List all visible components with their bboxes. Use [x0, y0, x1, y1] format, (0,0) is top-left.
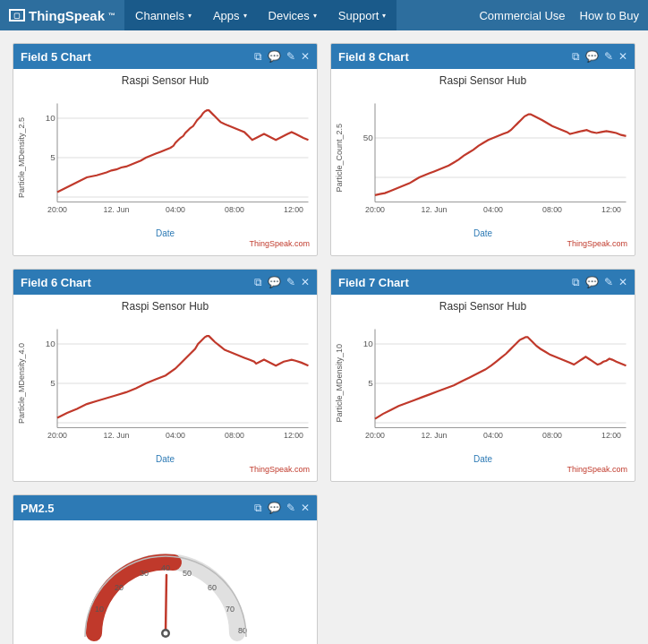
chevron-down-icon: ▾ [313, 12, 317, 20]
commercial-use-link[interactable]: Commercial Use [479, 9, 565, 22]
external-link-icon[interactable]: ⧉ [572, 276, 580, 288]
svg-text:12. Jun: 12. Jun [104, 431, 130, 440]
comment-icon[interactable]: 💬 [268, 276, 281, 288]
chart-field7-title: Raspi Sensor Hub [335, 300, 631, 313]
edit-icon[interactable]: ✎ [604, 50, 613, 63]
external-link-icon[interactable]: ⧉ [254, 50, 262, 63]
close-icon[interactable]: ✕ [301, 50, 310, 63]
widget-field7-header: Field 7 Chart ⧉ 💬 ✎ ✕ [331, 270, 635, 295]
svg-text:20: 20 [114, 583, 123, 592]
widget-pm25-header: PM2.5 ⧉ 💬 ✎ ✕ [13, 495, 317, 520]
svg-text:12:00: 12:00 [601, 205, 621, 214]
close-icon[interactable]: ✕ [301, 502, 310, 514]
field6-ylabel: Particle_MDensity_4.0 [17, 343, 26, 424]
nav-right: Commercial Use How to Buy [479, 9, 639, 22]
field7-chart-svg: 10 5 20:00 12. Jun 04:00 08:00 12:00 [345, 314, 631, 452]
nav-item-devices[interactable]: Devices ▾ [258, 0, 328, 30]
chart-field8-title: Raspi Sensor Hub [335, 74, 631, 87]
widget-field8-header: Field 8 Chart ⧉ 💬 ✎ ✕ [331, 44, 635, 69]
widget-field5-title: Field 5 Chart [21, 50, 91, 64]
svg-text:10: 10 [46, 339, 56, 348]
chevron-down-icon: ▾ [382, 12, 386, 20]
svg-text:20:00: 20:00 [47, 431, 67, 440]
widget-pm25: PM2.5 ⧉ 💬 ✎ ✕ 0 10 [13, 494, 318, 644]
field8-ylabel: Particle_Count_2.5 [335, 124, 344, 193]
svg-text:50: 50 [363, 133, 374, 142]
field8-credit: ThingSpeak.com [335, 239, 631, 248]
edit-icon[interactable]: ✎ [286, 276, 295, 288]
widget-field6-header: Field 6 Chart ⧉ 💬 ✎ ✕ [13, 270, 317, 295]
gauge-container: 0 10 20 30 40 50 60 70 80 90 [17, 526, 313, 644]
comment-icon[interactable]: 💬 [268, 502, 281, 514]
navbar: ▢ ThingSpeak™ Channels ▾ Apps ▾ Devices … [0, 0, 648, 30]
svg-text:40: 40 [160, 563, 169, 572]
close-icon[interactable]: ✕ [301, 276, 310, 288]
field6-chart-svg: 10 5 20:00 12. Jun 04:00 08:00 12:00 [28, 314, 313, 452]
edit-icon[interactable]: ✎ [286, 50, 295, 63]
edit-icon[interactable]: ✎ [604, 276, 613, 288]
widget-field5-header: Field 5 Chart ⧉ 💬 ✎ ✕ [13, 44, 317, 69]
chevron-down-icon: ▾ [188, 12, 192, 20]
widget-field8-controls: ⧉ 💬 ✎ ✕ [572, 50, 627, 63]
svg-text:30: 30 [139, 569, 148, 578]
svg-text:04:00: 04:00 [166, 431, 185, 440]
nav-item-apps[interactable]: Apps ▾ [202, 0, 258, 30]
svg-text:5: 5 [368, 378, 373, 388]
widget-field7-title: Field 7 Chart [338, 276, 409, 289]
comment-icon[interactable]: 💬 [585, 276, 599, 288]
widget-field8-body: Raspi Sensor Hub Particle_Count_2.5 50 2… [331, 69, 635, 255]
svg-text:08:00: 08:00 [542, 431, 562, 440]
nav-item-support[interactable]: Support ▾ [328, 0, 397, 30]
svg-text:10: 10 [94, 605, 103, 614]
close-icon[interactable]: ✕ [618, 50, 627, 63]
svg-text:10: 10 [46, 113, 56, 123]
svg-text:10: 10 [363, 339, 374, 348]
external-link-icon[interactable]: ⧉ [254, 276, 262, 288]
svg-text:08:00: 08:00 [225, 205, 244, 214]
field7-xlabel: Date [335, 454, 631, 464]
widget-field6: Field 6 Chart ⧉ 💬 ✎ ✕ Raspi Sensor Hub P… [13, 269, 318, 482]
field5-credit: ThingSpeak.com [17, 239, 313, 248]
dashboard: Field 5 Chart ⧉ 💬 ✎ ✕ Raspi Sensor Hub P… [0, 30, 648, 644]
svg-text:50: 50 [182, 569, 191, 578]
field7-credit: ThingSpeak.com [335, 465, 631, 474]
svg-text:20:00: 20:00 [365, 205, 385, 214]
brand-tm: ™ [108, 12, 115, 20]
chart-field6-title: Raspi Sensor Hub [17, 300, 313, 313]
widget-field8: Field 8 Chart ⧉ 💬 ✎ ✕ Raspi Sensor Hub P… [330, 43, 635, 256]
external-link-icon[interactable]: ⧉ [254, 502, 262, 514]
widget-pm25-title: PM2.5 [21, 502, 55, 515]
svg-text:20:00: 20:00 [47, 205, 67, 214]
field6-xlabel: Date [17, 454, 313, 464]
svg-text:08:00: 08:00 [542, 205, 562, 214]
brand-name: ThingSpeak [29, 8, 105, 23]
svg-text:5: 5 [50, 378, 55, 388]
svg-text:04:00: 04:00 [483, 205, 503, 214]
gauge-svg: 0 10 20 30 40 50 60 70 80 90 [76, 535, 255, 644]
svg-text:20:00: 20:00 [365, 431, 385, 440]
svg-text:12. Jun: 12. Jun [422, 205, 448, 214]
comment-icon[interactable]: 💬 [268, 50, 281, 63]
field5-xlabel: Date [17, 228, 313, 238]
nav-menu: Channels ▾ Apps ▾ Devices ▾ Support ▾ [124, 0, 396, 30]
close-icon[interactable]: ✕ [618, 276, 627, 288]
how-to-buy-link[interactable]: How to Buy [580, 9, 639, 22]
edit-icon[interactable]: ✎ [286, 502, 295, 514]
brand-logo[interactable]: ▢ ThingSpeak™ [9, 8, 115, 23]
svg-text:5: 5 [50, 152, 55, 162]
field7-ylabel: Particle_MDensity_10 [335, 344, 344, 423]
svg-text:70: 70 [225, 605, 234, 614]
logo-box-icon: ▢ [9, 9, 25, 21]
svg-text:04:00: 04:00 [166, 205, 185, 214]
nav-item-channels[interactable]: Channels ▾ [124, 0, 202, 30]
widget-field7-controls: ⧉ 💬 ✎ ✕ [572, 276, 627, 288]
field5-ylabel: Particle_MDensity_2.5 [17, 117, 26, 198]
external-link-icon[interactable]: ⧉ [572, 50, 580, 63]
widget-pm25-controls: ⧉ 💬 ✎ ✕ [254, 502, 310, 514]
widget-field5-controls: ⧉ 💬 ✎ ✕ [254, 50, 310, 63]
chevron-down-icon: ▾ [243, 12, 247, 20]
chart-field5-title: Raspi Sensor Hub [17, 74, 313, 87]
widget-field6-controls: ⧉ 💬 ✎ ✕ [254, 276, 310, 288]
widget-field5: Field 5 Chart ⧉ 💬 ✎ ✕ Raspi Sensor Hub P… [13, 43, 318, 256]
comment-icon[interactable]: 💬 [585, 50, 599, 63]
